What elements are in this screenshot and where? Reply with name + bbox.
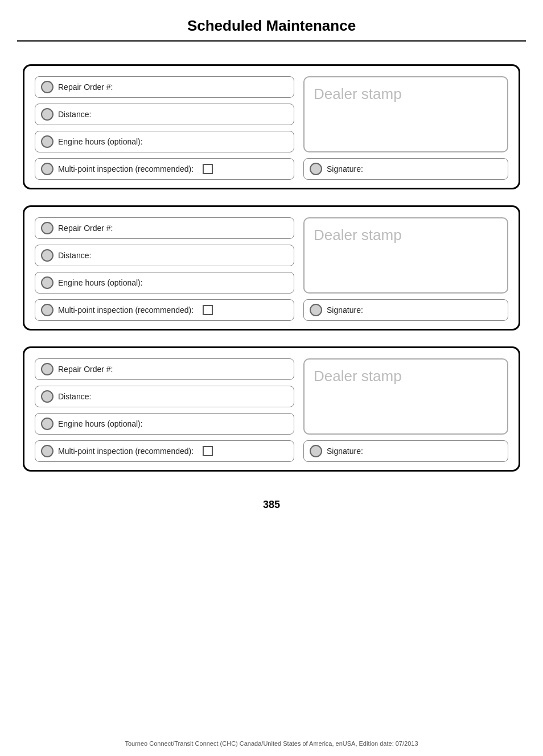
engine-hours-circle-2 — [41, 276, 54, 289]
engine-hours-circle-3 — [41, 418, 54, 430]
dealer-stamp-box-1: Dealer stamp — [303, 76, 508, 152]
engine-hours-field-2[interactable]: Engine hours (optional): — [35, 272, 294, 294]
maintenance-card-3: Repair Order #: Distance: Engine hours (… — [23, 346, 520, 472]
signature-label-1: Signature: — [327, 164, 363, 173]
signature-circle-2 — [310, 304, 322, 316]
repair-order-circle-3 — [41, 363, 54, 375]
repair-order-circle-1 — [41, 81, 54, 93]
distance-circle-2 — [41, 249, 54, 262]
engine-hours-circle-1 — [41, 135, 54, 148]
title-divider — [17, 40, 526, 42]
distance-circle-1 — [41, 108, 54, 121]
footer-text: Tourneo Connect/Transit Connect (CHC) Ca… — [0, 740, 543, 747]
dealer-stamp-box-2: Dealer stamp — [303, 217, 508, 294]
distance-label-1: Distance: — [58, 110, 91, 119]
signature-field-3[interactable]: Signature: — [303, 440, 508, 462]
signature-circle-1 — [310, 163, 322, 175]
dealer-stamp-box-3: Dealer stamp — [303, 358, 508, 435]
card-left-1: Repair Order #: Distance: Engine hours (… — [35, 76, 294, 180]
signature-field-2[interactable]: Signature: — [303, 299, 508, 321]
repair-order-label-2: Repair Order #: — [58, 224, 113, 233]
repair-order-field-3[interactable]: Repair Order #: — [35, 358, 294, 380]
page-number: 385 — [0, 499, 543, 511]
distance-field-2[interactable]: Distance: — [35, 245, 294, 266]
card-left-2: Repair Order #: Distance: Engine hours (… — [35, 217, 294, 321]
page-title: Scheduled Maintenance — [0, 0, 543, 40]
signature-label-2: Signature: — [327, 305, 363, 315]
engine-hours-field-1[interactable]: Engine hours (optional): — [35, 131, 294, 152]
card-right-2: Dealer stamp Signature: — [303, 217, 508, 321]
signature-circle-3 — [310, 445, 322, 457]
engine-hours-label-1: Engine hours (optional): — [58, 137, 143, 146]
signature-label-3: Signature: — [327, 447, 363, 456]
dealer-stamp-label-2: Dealer stamp — [314, 226, 402, 244]
multipoint-field-2[interactable]: Multi-point inspection (recommended): — [35, 299, 294, 321]
multipoint-circle-3 — [41, 445, 54, 457]
multipoint-label-3: Multi-point inspection (recommended): — [58, 447, 194, 456]
card-left-3: Repair Order #: Distance: Engine hours (… — [35, 358, 294, 462]
multipoint-label-1: Multi-point inspection (recommended): — [58, 164, 194, 173]
repair-order-field-2[interactable]: Repair Order #: — [35, 217, 294, 239]
repair-order-circle-2 — [41, 222, 54, 234]
distance-label-3: Distance: — [58, 392, 91, 401]
distance-label-2: Distance: — [58, 251, 91, 260]
card-right-3: Dealer stamp Signature: — [303, 358, 508, 462]
multipoint-checkbox-2[interactable] — [203, 305, 213, 315]
engine-hours-field-3[interactable]: Engine hours (optional): — [35, 413, 294, 435]
multipoint-label-2: Multi-point inspection (recommended): — [58, 305, 194, 315]
multipoint-field-1[interactable]: Multi-point inspection (recommended): — [35, 158, 294, 180]
multipoint-checkbox-3[interactable] — [203, 446, 213, 456]
dealer-stamp-label-1: Dealer stamp — [314, 85, 402, 103]
repair-order-label-1: Repair Order #: — [58, 82, 113, 92]
card-right-1: Dealer stamp Signature: — [303, 76, 508, 180]
multipoint-field-3[interactable]: Multi-point inspection (recommended): — [35, 440, 294, 462]
multipoint-checkbox-1[interactable] — [203, 164, 213, 174]
dealer-stamp-label-3: Dealer stamp — [314, 367, 402, 385]
engine-hours-label-3: Engine hours (optional): — [58, 419, 143, 428]
distance-field-1[interactable]: Distance: — [35, 104, 294, 125]
maintenance-card-2: Repair Order #: Distance: Engine hours (… — [23, 205, 520, 331]
distance-circle-3 — [41, 390, 54, 403]
repair-order-field-1[interactable]: Repair Order #: — [35, 76, 294, 98]
engine-hours-label-2: Engine hours (optional): — [58, 278, 143, 287]
maintenance-card-1: Repair Order #: Distance: Engine hours (… — [23, 64, 520, 189]
multipoint-circle-2 — [41, 304, 54, 316]
multipoint-circle-1 — [41, 163, 54, 175]
signature-field-1[interactable]: Signature: — [303, 158, 508, 180]
repair-order-label-3: Repair Order #: — [58, 365, 113, 374]
main-content: Repair Order #: Distance: Engine hours (… — [0, 59, 543, 493]
distance-field-3[interactable]: Distance: — [35, 386, 294, 407]
